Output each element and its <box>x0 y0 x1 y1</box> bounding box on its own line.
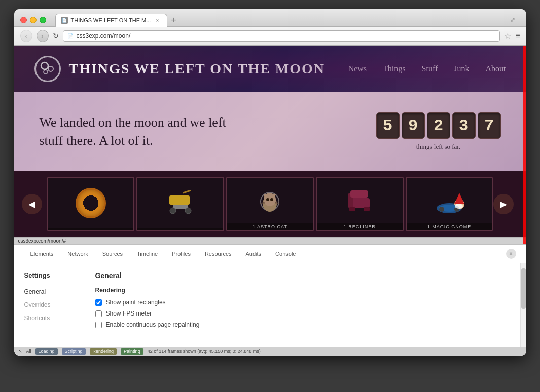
svg-point-30 <box>455 204 463 209</box>
address-bar[interactable]: 📄 css3exp.com/moon/ <box>63 30 500 42</box>
sidebar-general[interactable]: General <box>14 285 85 298</box>
continuous-repainting-checkbox[interactable] <box>95 322 102 328</box>
show-fps-meter-label: Show FPS meter <box>106 310 152 317</box>
hero-text-line1: We landed on the moon and we left <box>40 115 226 130</box>
tab-close-button[interactable]: × <box>154 17 161 24</box>
counter-digits: 5 9 2 3 7 <box>376 112 501 139</box>
resize-icon[interactable]: ⤢ <box>510 16 520 23</box>
carousel-prev-button[interactable]: ◀ <box>22 194 42 214</box>
continuous-repainting-label: Enable continuous page repainting <box>106 321 200 328</box>
website-frame: THINGS WE LEFT ON THE MOON News Things S… <box>14 46 526 244</box>
devtools-sidebar: Settings General Overrides Shortcuts <box>14 263 85 347</box>
svg-line-7 <box>183 190 191 193</box>
tab-bar: 📄 THINGS WE LEFT ON THE M... × + <box>55 13 506 26</box>
devtools-tab-sources[interactable]: Sources <box>96 249 129 259</box>
svg-marker-26 <box>454 193 464 204</box>
scrollbar-thumb <box>521 268 526 309</box>
gnome-icon <box>431 183 467 218</box>
site-title: THINGS WE LEFT ON THE MOON <box>69 61 326 77</box>
scripting-indicator: Scripting <box>62 348 86 355</box>
general-section-title: General <box>95 271 510 280</box>
donut-icon <box>76 188 106 218</box>
carousel-item-3-label: 1 ASTRO CAT <box>227 223 313 230</box>
refresh-button[interactable]: ↻ <box>53 32 59 40</box>
mower-icon <box>165 190 196 216</box>
counter-digit-5: 7 <box>478 112 501 139</box>
minimize-window-button[interactable] <box>30 17 37 23</box>
counter-label: things left so far. <box>416 143 460 151</box>
back-button[interactable]: ‹ <box>20 30 32 42</box>
carousel-section: ◀ <box>14 171 526 237</box>
carousel-item-2-image <box>137 178 223 228</box>
nav-about[interactable]: About <box>486 64 506 73</box>
devtools-close-button[interactable]: × <box>506 249 516 259</box>
nav-things[interactable]: Things <box>383 64 405 73</box>
devtools-panel: Elements Network Sources Timeline Profil… <box>14 244 526 356</box>
carousel-item-4-image <box>317 178 403 223</box>
carousel-item-1[interactable] <box>47 177 135 231</box>
url-text: css3exp.com/moon/ <box>77 32 131 40</box>
carousel-item-2-label <box>137 228 223 230</box>
sidebar-shortcuts[interactable]: Shortcuts <box>14 311 85 325</box>
devtools-tab-console[interactable]: Console <box>269 249 302 259</box>
devtools-tab-elements[interactable]: Elements <box>24 249 60 259</box>
svg-rect-4 <box>173 205 188 209</box>
rendering-indicator: Rendering <box>90 348 117 355</box>
nav-junk[interactable]: Junk <box>454 64 469 73</box>
hover-url: css3exp.com/moon/# <box>18 238 66 244</box>
painting-indicator: Painting <box>121 348 143 355</box>
new-tab-button[interactable]: + <box>167 14 179 26</box>
svg-point-1 <box>48 66 53 71</box>
carousel-item-2[interactable] <box>136 177 224 231</box>
svg-point-13 <box>266 198 269 201</box>
cursor-icon: ↖ <box>18 349 22 354</box>
forward-button[interactable]: › <box>37 30 49 42</box>
carousel-item-5[interactable]: 1 MAGIC GNOME <box>406 177 493 231</box>
devtools-tab-audits[interactable]: Audits <box>240 249 268 259</box>
recliner-icon <box>344 185 375 216</box>
svg-point-2 <box>44 70 48 74</box>
carousel-item-4[interactable]: 1 RECLINER <box>316 177 404 231</box>
checkbox-row-3: Enable continuous page repainting <box>95 321 510 328</box>
svg-point-28 <box>439 207 444 212</box>
devtools-tab-timeline[interactable]: Timeline <box>131 249 164 259</box>
nav-stuff[interactable]: Stuff <box>422 64 438 73</box>
carousel-item-1-label <box>48 228 134 230</box>
cat-icon <box>255 185 285 216</box>
frame-stats: 42 of 114 frames shown (avg: 45.150 ms; … <box>148 349 261 354</box>
show-fps-meter-checkbox[interactable] <box>95 310 102 317</box>
devtools-tab-resources[interactable]: Resources <box>199 249 238 259</box>
title-bar: 📄 THINGS WE LEFT ON THE M... × + ⤢ <box>14 9 526 27</box>
browser-status-bar: css3exp.com/moon/# <box>14 237 526 244</box>
settings-title: Settings <box>14 269 85 285</box>
carousel-item-3[interactable]: 1 ASTRO CAT <box>226 177 314 231</box>
counter-section: 5 9 2 3 7 things left so far. <box>376 112 501 151</box>
hero-section: We landed on the moon and we left stuff … <box>14 92 526 171</box>
browser-menu-button[interactable]: ≡ <box>515 31 520 41</box>
bookmark-button[interactable]: ☆ <box>504 31 511 41</box>
carousel-next-button[interactable]: ▶ <box>493 194 514 214</box>
nav-bar: ‹ › ↻ 📄 css3exp.com/moon/ ☆ ≡ <box>14 27 526 46</box>
carousel-item-3-image <box>227 178 313 223</box>
show-paint-rectangles-label: Show paint rectangles <box>106 299 166 306</box>
hero-text-line2: stuff there. A lot of it. <box>40 133 153 148</box>
nav-news[interactable]: News <box>348 64 367 73</box>
site-logo <box>34 56 61 82</box>
sidebar-overrides[interactable]: Overrides <box>14 298 85 311</box>
fullscreen-window-button[interactable] <box>40 17 46 23</box>
svg-rect-23 <box>364 207 370 211</box>
checkbox-row-1: Show paint rectangles <box>95 299 510 306</box>
counter-digit-3: 2 <box>427 112 450 139</box>
devtools-tab-profiles[interactable]: Profiles <box>166 249 197 259</box>
traffic-lights <box>20 17 46 23</box>
svg-point-0 <box>41 62 48 69</box>
rendering-section-title: Rendering <box>95 287 510 294</box>
close-window-button[interactable] <box>20 17 27 23</box>
carousel-items: 1 ASTRO CAT 1 RECLINER <box>14 173 526 236</box>
devtools-tab-network[interactable]: Network <box>61 249 94 259</box>
show-paint-rectangles-checkbox[interactable] <box>95 299 102 306</box>
active-tab[interactable]: 📄 THINGS WE LEFT ON THE M... × <box>55 14 168 27</box>
devtools-scrollbar[interactable] <box>520 263 526 347</box>
counter-digit-2: 9 <box>402 112 425 139</box>
frame-info-bar: ↖ All Loading Scripting Rendering Painti… <box>14 347 526 356</box>
